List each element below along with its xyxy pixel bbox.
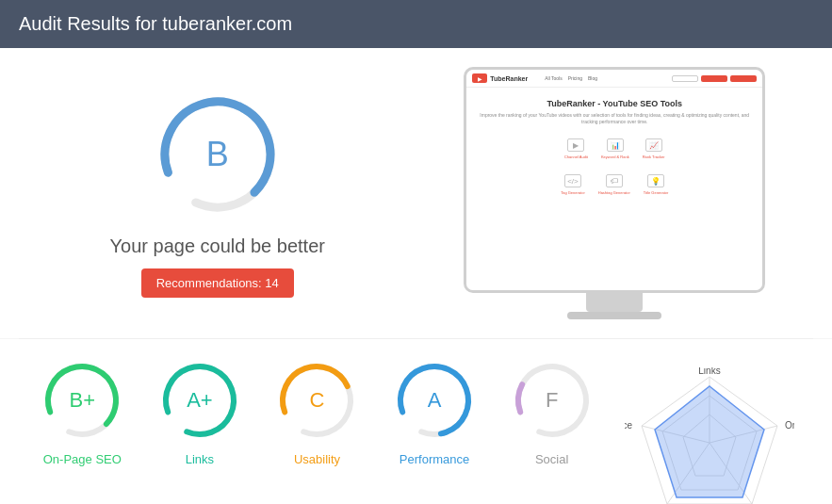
- svg-marker-20: [655, 386, 764, 497]
- mock-nav-link-2: Pricing: [568, 75, 582, 81]
- score-circle-usability: C: [274, 358, 359, 443]
- radar-chart: Links On-Page SEO Social Usability Perfo…: [625, 367, 794, 504]
- mock-icon-2: 📊 Keyword & Rank: [601, 138, 629, 159]
- main-grade-letter: B: [206, 135, 229, 174]
- mock-logo: TubeRanker: [472, 73, 528, 83]
- score-letter-on-page-seo: B+: [70, 388, 96, 413]
- radar-section: Links On-Page SEO Social Usability Perfo…: [615, 358, 804, 504]
- mock-hero-subtitle: Improve the ranking of your YouTube vide…: [476, 112, 753, 125]
- recommendations-button[interactable]: Recommendations: 14: [141, 268, 294, 298]
- mock-nav-link-3: Blog: [588, 75, 597, 81]
- mock-icon-label-5: Hashtag Generator: [598, 190, 630, 195]
- mock-hero-title: TubeRanker - YouTube SEO Tools: [476, 99, 753, 108]
- mock-icon-box-1: ▶: [567, 138, 584, 152]
- mock-logo-icon: [472, 73, 487, 83]
- svg-text:Links: Links: [698, 367, 720, 376]
- mock-icon-label-1: Channel Audit: [564, 154, 588, 159]
- radar-svg: Links On-Page SEO Social Usability Perfo…: [625, 367, 794, 504]
- mock-icon-label-6: Title Generator: [644, 190, 669, 195]
- mock-icon-1: ▶ Channel Audit: [564, 138, 588, 159]
- mock-login-btn: [672, 75, 698, 82]
- mock-icon-box-6: 💡: [647, 174, 664, 187]
- mock-hero: TubeRanker - YouTube SEO Tools Improve t…: [466, 88, 762, 131]
- mock-icon-box-2: 📊: [607, 138, 624, 152]
- mock-nav-links: All Tools Pricing Blog: [545, 75, 597, 81]
- mock-icon-label-4: Tag Generator: [561, 190, 585, 195]
- score-letter-usability: C: [310, 388, 325, 413]
- main-grade-circle: B: [152, 89, 284, 220]
- monitor-display: TubeRanker All Tools Pricing Blog: [464, 67, 765, 293]
- mock-navbar: TubeRanker All Tools Pricing Blog: [466, 70, 762, 88]
- page-title: Audit Results for tuberanker.com: [19, 13, 813, 35]
- score-item-performance: A Performance: [381, 358, 489, 466]
- score-circle-on-page-seo: B+: [40, 358, 124, 443]
- mock-icons-row-2: </> Tag Generator 🏷 Hashtag Generator 💡 …: [466, 167, 762, 203]
- mock-nav-link-1: All Tools: [545, 75, 563, 81]
- score-item-usability: C Usability: [263, 358, 371, 466]
- mock-icon-label-3: Rank Tracker: [643, 154, 665, 159]
- mock-nav-buttons: [672, 75, 757, 82]
- svg-text:Performance: Performance: [625, 420, 632, 431]
- monitor-base: [567, 312, 661, 319]
- score-item-social: F Social: [498, 358, 606, 466]
- mock-icon-box-4: </>: [564, 174, 581, 187]
- svg-text:On-Page SEO: On-Page SEO: [785, 420, 794, 431]
- mock-icon-5: 🏷 Hashtag Generator: [598, 174, 630, 195]
- score-letter-links: A+: [187, 388, 213, 413]
- scores-section: B+ On-Page SEO A+ Links C Usability: [0, 339, 832, 504]
- mock-icons-row-1: ▶ Channel Audit 📊 Keyword & Rank 📈 Rank …: [466, 131, 762, 167]
- score-label-usability: Usability: [294, 452, 340, 466]
- mock-icon-box-5: 🏷: [606, 174, 623, 187]
- score-circle-links: A+: [157, 358, 242, 443]
- grade-description: Your page could be better: [110, 236, 325, 257]
- mock-icon-4: </> Tag Generator: [561, 174, 585, 195]
- monitor-section: TubeRanker All Tools Pricing Blog: [426, 67, 805, 319]
- mock-logo-text: TubeRanker: [490, 75, 528, 82]
- mock-icon-box-3: 📈: [645, 138, 662, 152]
- header: Audit Results for tuberanker.com: [0, 0, 832, 48]
- score-letter-performance: A: [428, 388, 442, 413]
- score-label-links: Links: [186, 452, 214, 466]
- score-letter-social: F: [546, 388, 558, 413]
- score-circle-social: F: [510, 358, 595, 443]
- monitor-stand: [586, 293, 643, 312]
- mock-cta-btn: [730, 75, 757, 82]
- score-label-on-page-seo: On-Page SEO: [43, 452, 122, 466]
- score-label-social: Social: [535, 452, 568, 466]
- mock-icon-6: 💡 Title Generator: [644, 174, 669, 195]
- score-item-links: A+ Links: [146, 358, 254, 466]
- mock-signup-btn: [701, 75, 727, 82]
- score-circle-performance: A: [392, 358, 477, 443]
- mock-icon-label-2: Keyword & Rank: [601, 154, 629, 159]
- main-section: B Your page could be better Recommendati…: [0, 48, 832, 338]
- monitor-screen: TubeRanker All Tools Pricing Blog: [466, 70, 762, 290]
- grade-section: B Your page could be better Recommendati…: [28, 70, 407, 317]
- mock-icon-3: 📈 Rank Tracker: [643, 138, 665, 159]
- score-item-on-page-seo: B+ On-Page SEO: [28, 358, 137, 466]
